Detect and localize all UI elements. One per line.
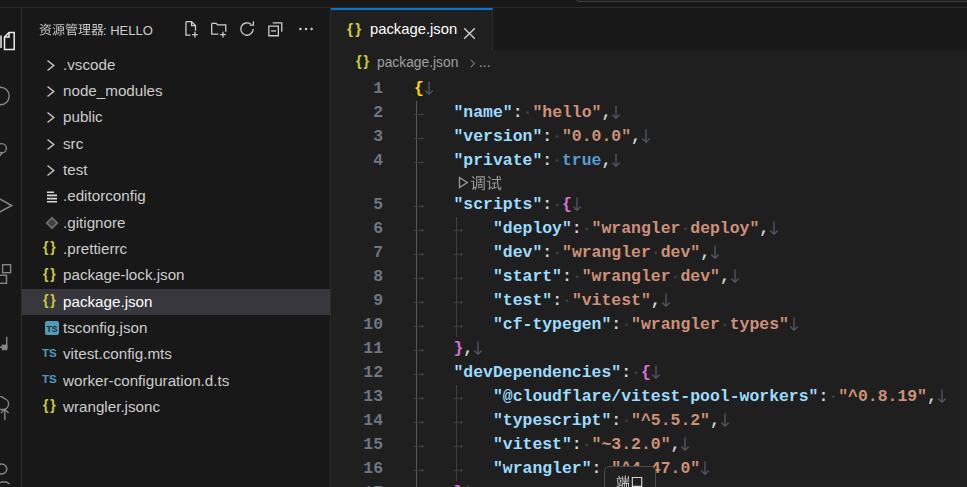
svg-text:TS: TS <box>47 324 58 334</box>
